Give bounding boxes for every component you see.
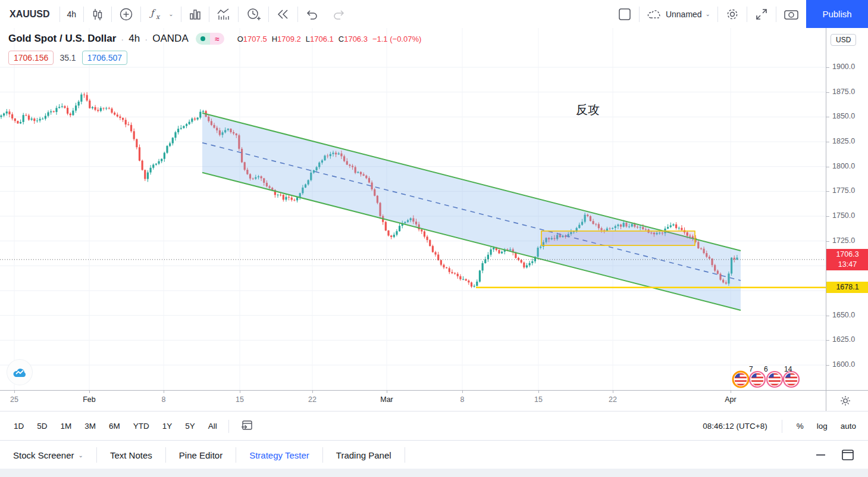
window-panel-icon[interactable] — [841, 449, 855, 461]
price-tick-mark — [826, 191, 829, 192]
svg-text:x: x — [156, 13, 161, 21]
range-button-1d[interactable]: 1D — [8, 419, 29, 434]
range-button-ytd[interactable]: YTD — [128, 419, 155, 434]
price-tick-label: 1725.0 — [832, 236, 855, 245]
symbol-title[interactable]: Gold Spot / U.S. Dollar — [8, 33, 116, 45]
us-flag-event-icon[interactable] — [767, 372, 782, 387]
price-tick-label: 1875.0 — [832, 88, 855, 96]
publish-idea-cloud-button[interactable] — [7, 360, 32, 385]
time-tick-label: 25 — [10, 395, 18, 404]
tab-stock-screener[interactable]: Stock Screener⌄ — [0, 441, 96, 469]
bottom-strip — [0, 469, 868, 477]
tab-trading-panel[interactable]: Trading Panel — [323, 441, 405, 469]
price-tick-label: 1600.0 — [832, 360, 855, 369]
fullscreen-icon — [754, 7, 769, 21]
footer-tabs-list: Stock Screener⌄Text NotesPine EditorStra… — [0, 441, 405, 469]
log-scale-button[interactable]: log — [813, 419, 831, 433]
time-axis[interactable]: 25Feb81522Mar81522Apr — [0, 390, 868, 411]
event-count-label: 14 — [784, 365, 792, 373]
price-tick-mark — [826, 117, 829, 117]
interval-button[interactable]: 4h — [60, 0, 84, 28]
range-button-1y[interactable]: 1Y — [157, 419, 178, 434]
range-button-all[interactable]: All — [203, 419, 223, 434]
footer-panel-tabs: Stock Screener⌄Text NotesPine EditorStra… — [0, 440, 868, 469]
event-count-label: 7 — [749, 365, 753, 373]
annotation-text[interactable]: 反攻 — [576, 103, 600, 116]
layout-select-button[interactable] — [610, 0, 639, 28]
tab-text-notes[interactable]: Text Notes — [97, 441, 165, 469]
indicators-button[interactable]: ƒ x ⌄ — [141, 0, 180, 28]
price-tick-mark — [826, 241, 829, 242]
range-button-5d[interactable]: 5D — [32, 419, 52, 434]
price-tick-label: 1900.0 — [832, 63, 855, 71]
us-flag-event-icon[interactable] — [733, 372, 748, 387]
create-alert-button[interactable] — [239, 0, 268, 28]
close-value: 1706.3 — [344, 35, 368, 43]
tab-label: Stock Screener — [13, 450, 74, 460]
auto-scale-button[interactable]: auto — [837, 419, 860, 433]
legend-interval[interactable]: 4h — [129, 33, 140, 45]
indicator-value-red[interactable]: 1706.156 — [8, 51, 54, 65]
bar-replay-button[interactable] — [269, 0, 297, 28]
price-tick-label: 1850.0 — [832, 112, 855, 120]
time-tick-label: 15 — [236, 395, 244, 404]
symbol-button[interactable]: XAUUSD — [0, 0, 59, 28]
redo-icon — [333, 9, 346, 20]
ohlc-values: O1707.5 H1709.2 L1706.1 C1706.3 −1.1 (−0… — [237, 35, 422, 43]
snapshot-button[interactable] — [776, 0, 806, 28]
forecast-icon — [217, 8, 231, 21]
fundamentals-button[interactable] — [181, 0, 209, 28]
legend-title-row: Gold Spot / U.S. Dollar · 4h · OANDA ≈ O… — [8, 33, 421, 45]
market-status-pill[interactable]: ≈ — [196, 33, 224, 45]
clock-timezone[interactable]: 08:46:12 (UTC+8) — [703, 422, 770, 431]
tab-pine-editor[interactable]: Pine Editor — [166, 441, 236, 469]
chevron-down-icon: ⌄ — [79, 452, 83, 459]
redo-button[interactable] — [325, 0, 353, 28]
price-tick-mark — [826, 92, 829, 93]
range-button-6m[interactable]: 6M — [104, 419, 126, 434]
publish-button[interactable]: Publish — [806, 0, 868, 28]
time-tick-mark — [731, 391, 731, 393]
candlestick-chart[interactable]: 反攻7614 — [0, 28, 826, 390]
chart-pane[interactable]: 反攻7614 Gold Spot / U.S. Dollar · 4h · OA… — [0, 28, 826, 390]
currency-toggle[interactable]: USD — [831, 34, 856, 46]
undo-button[interactable] — [298, 0, 325, 28]
legend-exchange[interactable]: OANDA — [152, 33, 188, 45]
compare-add-button[interactable] — [112, 0, 140, 28]
dot-separator: · — [145, 34, 148, 44]
time-tick-mark — [538, 391, 539, 393]
range-button-1m[interactable]: 1M — [55, 419, 77, 434]
indicator-value-blue[interactable]: 1706.507 — [82, 51, 127, 65]
price-tick-label: 1650.0 — [832, 311, 855, 319]
time-tick-mark — [613, 391, 613, 393]
fullscreen-button[interactable] — [747, 0, 776, 28]
current-price-label[interactable]: 1706.313:47 — [826, 249, 868, 270]
price-tick-label: 1775.0 — [832, 186, 855, 195]
range-button-5y[interactable]: 5Y — [180, 419, 200, 434]
us-flag-event-icon[interactable] — [750, 372, 765, 387]
price-tick-mark — [826, 167, 829, 167]
sun-icon — [840, 395, 851, 406]
price-tick-mark — [826, 216, 829, 217]
forecast-templates-button[interactable] — [209, 0, 238, 28]
theme-sun-icon[interactable] — [840, 395, 851, 409]
tab-separator — [405, 447, 405, 463]
chart-settings-button[interactable] — [718, 0, 747, 28]
current-price: 1706.3 — [826, 250, 868, 260]
scale-controls: 08:46:12 (UTC+8) % log auto — [703, 419, 868, 433]
us-flag-event-icon[interactable] — [784, 372, 799, 387]
minimize-panel-icon[interactable] — [816, 454, 825, 456]
percent-scale-button[interactable]: % — [793, 419, 807, 433]
time-tick-label: Feb — [83, 395, 96, 404]
go-to-date-button[interactable] — [235, 416, 259, 436]
replay-rewind-icon — [276, 8, 290, 20]
save-layout-button[interactable]: Unnamed ⌄ — [640, 0, 717, 28]
tab-strategy-tester[interactable]: Strategy Tester — [236, 441, 322, 469]
alert-price-label[interactable]: 1678.1 — [826, 282, 868, 293]
delayed-data-icon: ≈ — [210, 33, 224, 45]
range-button-3m[interactable]: 3M — [79, 419, 101, 434]
price-axis[interactable]: USD 1900.01875.01850.01825.01800.01775.0… — [826, 28, 868, 390]
candlestick-style-button[interactable] — [84, 0, 111, 28]
price-tick-label: 1825.0 — [832, 137, 855, 145]
time-tick-mark — [89, 391, 90, 393]
